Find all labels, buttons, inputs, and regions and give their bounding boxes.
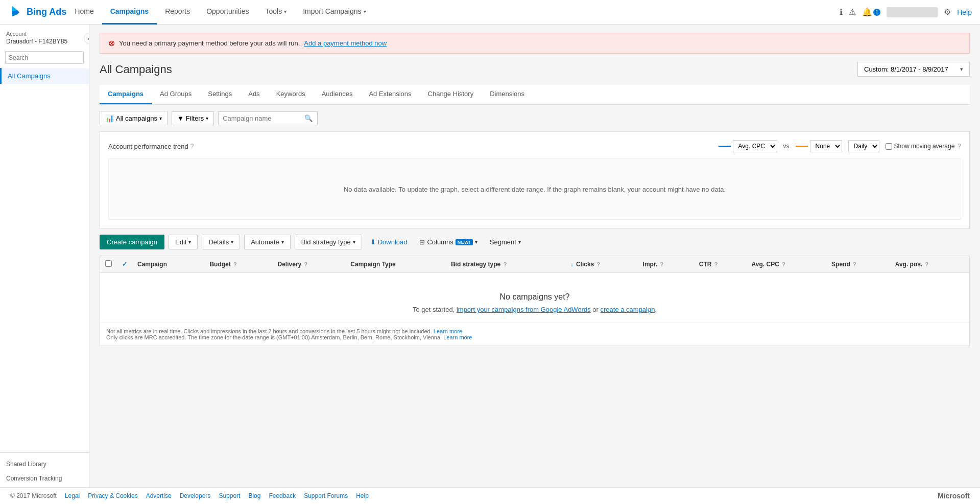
automate-button[interactable]: Automate ▾ [244, 235, 291, 249]
footer-help[interactable]: Help [356, 492, 369, 499]
footer-legal[interactable]: Legal [65, 492, 80, 499]
th-bid-strategy-type[interactable]: Bid strategy type ? [446, 256, 566, 273]
notification-count: 1 [873, 9, 880, 16]
download-button[interactable]: ⬇ Download [366, 235, 412, 249]
settings-icon-btn[interactable]: ⚙ [944, 7, 951, 17]
footer-note-2: Only clicks are MRC accredited. The time… [106, 334, 963, 340]
tab-ads[interactable]: Ads [240, 85, 268, 104]
footer-learn-more-1[interactable]: Learn more [434, 328, 462, 334]
footer-developers[interactable]: Developers [180, 492, 211, 499]
th-avg-cpc[interactable]: Avg. CPC ? [747, 256, 826, 273]
th-budget-label: Budget [209, 261, 230, 268]
footer-privacy[interactable]: Privacy & Cookies [88, 492, 137, 499]
bid-strategy-type-button[interactable]: Bid strategy type ▾ [295, 235, 362, 249]
date-range-selector[interactable]: Custom: 8/1/2017 - 8/9/2017 ▾ [857, 62, 970, 77]
sidebar-item-all-campaigns[interactable]: All Campaigns [0, 68, 89, 84]
campaign-name-search[interactable] [219, 112, 300, 125]
th-bid-strategy-info[interactable]: ? [504, 261, 507, 267]
columns-button[interactable]: ⊞ Columns NEW! ▾ [415, 235, 481, 249]
tab-settings[interactable]: Settings [200, 85, 240, 104]
th-impr-info[interactable]: ? [660, 261, 664, 267]
tools-dropdown-arrow: ▾ [284, 9, 286, 14]
th-clicks-info[interactable]: ? [597, 261, 601, 267]
sidebar: ◀ Account Drausdorf - F142BY85 🔍 All Cam… [0, 25, 89, 504]
banner-link[interactable]: Add a payment method now [304, 39, 387, 47]
info-icon-btn[interactable]: ℹ [840, 7, 843, 17]
th-budget[interactable]: Budget ? [204, 256, 272, 273]
th-ctr-info[interactable]: ? [714, 261, 718, 267]
th-spend[interactable]: Spend ? [826, 256, 890, 273]
th-delivery-info[interactable]: ? [304, 261, 308, 267]
details-button[interactable]: Details ▾ [202, 235, 240, 249]
th-budget-info[interactable]: ? [233, 261, 237, 267]
import-adwords-link[interactable]: import your campaigns from Google AdWord… [457, 306, 591, 313]
footer-support[interactable]: Support [219, 492, 240, 499]
moving-avg-info-icon[interactable]: ? [958, 143, 961, 150]
chart-info-icon[interactable]: ? [190, 143, 194, 150]
no-campaigns-body: To get started, import your campaigns fr… [110, 306, 959, 313]
footer-learn-more-2[interactable]: Learn more [443, 334, 472, 340]
th-spend-info[interactable]: ? [853, 261, 856, 267]
sidebar-item-conversion-tracking[interactable]: Conversion Tracking [0, 471, 89, 486]
search-input[interactable] [6, 52, 84, 63]
chart-no-data: No data available. To update the graph, … [344, 186, 726, 193]
moving-avg-checkbox-label[interactable]: Show moving average [886, 143, 955, 150]
footer-advertise[interactable]: Advertise [146, 492, 172, 499]
moving-avg-checkbox[interactable] [886, 143, 892, 150]
create-campaign-button[interactable]: Create campaign [100, 235, 164, 249]
warning-icon-btn[interactable]: ⚠ [849, 7, 856, 17]
date-range-dropdown-arrow: ▾ [960, 66, 963, 73]
nav-tools[interactable]: Tools ▾ [257, 0, 295, 25]
nav-import-campaigns[interactable]: Import Campaigns ▾ [295, 0, 374, 25]
chart-controls: Avg. CPC vs None Daily [719, 140, 961, 152]
metric1-select[interactable]: Avg. CPC [733, 140, 777, 152]
period-select[interactable]: Daily [848, 140, 879, 152]
table-footer: Not all metrics are in real time. Clicks… [100, 323, 969, 346]
download-icon: ⬇ [370, 238, 376, 246]
select-all-checkbox[interactable] [105, 260, 112, 267]
nav-opportunities[interactable]: Opportunities [198, 0, 257, 25]
th-campaign[interactable]: Campaign [132, 256, 204, 273]
nav-campaigns[interactable]: Campaigns [102, 0, 157, 25]
tab-dimensions[interactable]: Dimensions [482, 85, 533, 104]
segment-button[interactable]: Segment ▾ [486, 235, 525, 249]
th-campaign-type[interactable]: Campaign Type [345, 256, 446, 273]
th-clicks[interactable]: ↓ Clicks ? [566, 256, 638, 273]
footer-support-forums[interactable]: Support Forums [304, 492, 348, 499]
metric2-select[interactable]: None [810, 140, 842, 152]
help-link[interactable]: Help [957, 8, 972, 16]
th-delivery[interactable]: Delivery ? [272, 256, 345, 273]
nav-reports[interactable]: Reports [157, 0, 198, 25]
tab-change-history[interactable]: Change History [420, 85, 482, 104]
footer-feedback[interactable]: Feedback [269, 492, 296, 499]
campaign-search-button[interactable]: 🔍 [300, 112, 317, 125]
nav-home[interactable]: Home [66, 0, 102, 25]
columns-icon: ⊞ [419, 238, 425, 246]
tab-audiences[interactable]: Audiences [314, 85, 361, 104]
notification-icon-btn[interactable]: 🔔 1 [862, 7, 880, 17]
create-campaign-link[interactable]: create a campaign [601, 306, 655, 313]
segment-dropdown-arrow: ▾ [518, 239, 521, 245]
edit-label: Edit [175, 238, 186, 246]
tab-ad-extensions[interactable]: Ad Extensions [361, 85, 419, 104]
chart-area: Account performance trend ? Avg. CPC vs [100, 131, 970, 228]
columns-dropdown-arrow: ▾ [475, 239, 477, 245]
th-impr[interactable]: Impr. ? [638, 256, 694, 273]
th-avg-pos[interactable]: Avg. pos. ? [890, 256, 969, 273]
footer-blog[interactable]: Blog [248, 492, 260, 499]
th-avg-pos-info[interactable]: ? [925, 261, 929, 267]
sidebar-item-shared-library[interactable]: Shared Library [0, 457, 89, 471]
brand-logo[interactable]: Bing Ads [8, 4, 66, 20]
th-avg-cpc-info[interactable]: ? [782, 261, 785, 267]
edit-button[interactable]: Edit ▾ [169, 235, 198, 249]
tab-ad-groups[interactable]: Ad Groups [152, 85, 200, 104]
view-dropdown[interactable]: 📊 All campaigns ▾ [100, 111, 168, 125]
tab-keywords[interactable]: Keywords [268, 85, 314, 104]
table-header-row: ✓ Campaign Budget ? Delivery ? [100, 256, 969, 273]
th-ctr[interactable]: CTR ? [694, 256, 747, 273]
details-label: Details [208, 238, 229, 246]
tab-campaigns[interactable]: Campaigns [100, 85, 152, 104]
bid-strategy-label: Bid strategy type [301, 238, 351, 246]
automate-label: Automate [251, 238, 279, 246]
filters-button[interactable]: ▼ Filters ▾ [172, 111, 214, 125]
